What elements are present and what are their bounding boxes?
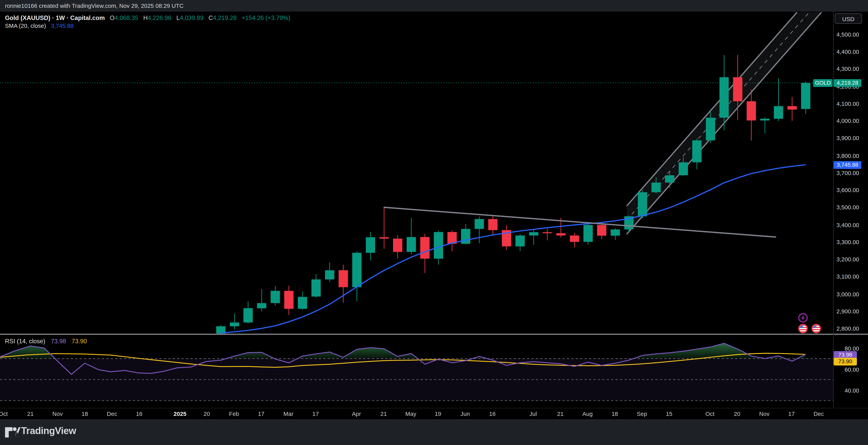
candle <box>488 215 498 235</box>
flag-star <box>814 327 815 327</box>
candle-body <box>679 162 688 175</box>
candle-body <box>638 192 647 216</box>
time-axis-label: Mar <box>283 410 293 418</box>
symbol-legend[interactable]: Gold (XAUUSD) · 1W · Capital.com O4,068.… <box>5 14 290 21</box>
time-axis-label: Jul <box>529 410 537 418</box>
candle <box>257 289 266 312</box>
rsi-axis-label: 40.00 <box>830 387 859 393</box>
price-axis-label: 2,900.00 <box>830 308 859 314</box>
candle-body <box>801 83 810 109</box>
candle <box>529 229 538 245</box>
candle-body <box>257 303 266 308</box>
time-axis-label: 17 <box>788 410 795 418</box>
candle-body <box>570 236 579 242</box>
time-axis-label: Dec <box>107 410 117 418</box>
flag-stripe <box>799 329 807 330</box>
candle <box>692 139 702 169</box>
bottom-toolbar <box>0 419 868 445</box>
us-flag-event-icon[interactable] <box>812 324 820 333</box>
candle-body <box>243 308 253 322</box>
candles <box>216 55 810 339</box>
close-label: C <box>209 14 213 21</box>
time-axis-label: 16 <box>136 410 142 418</box>
price-axis-label: 2,800.00 <box>830 325 859 332</box>
time-axis-label: 15 <box>666 410 672 418</box>
candle <box>325 263 334 282</box>
time-axis-label: Oct <box>705 410 714 418</box>
candle-body <box>665 175 674 182</box>
time-axis[interactable]: Oct21Nov18Dec16202520Feb17Mar17Apr21May1… <box>0 408 868 419</box>
time-axis-label: 17 <box>312 410 319 418</box>
high-label: H <box>143 14 148 21</box>
candle <box>284 286 294 315</box>
flag-star <box>815 327 816 327</box>
sma-value: 3,745.88 <box>51 22 74 29</box>
main-pane <box>0 12 833 339</box>
candle <box>393 235 402 258</box>
candle <box>243 301 253 324</box>
candle-body <box>339 270 348 287</box>
lightning-event-icon[interactable] <box>799 314 807 322</box>
time-axis-label: Apr <box>352 410 361 418</box>
candle-body <box>366 237 375 253</box>
candle-body <box>706 118 715 141</box>
rsi-pane <box>0 343 833 400</box>
price-axis-label: 3,300.00 <box>830 239 859 245</box>
sma-price-tag: 3,745.88 <box>834 161 861 169</box>
candle-body <box>733 77 742 101</box>
candle-body <box>774 106 783 119</box>
gold-symbol-tag: GOLD <box>813 79 833 87</box>
sma-title: SMA (20, close) <box>5 22 46 29</box>
sma-legend[interactable]: SMA (20, close) 3,745.88 <box>5 22 73 29</box>
candle-body <box>584 225 593 242</box>
price-axis-label: 4,300.00 <box>830 65 859 72</box>
candle-body <box>230 323 239 326</box>
candle-body <box>542 232 552 233</box>
candle <box>638 190 647 218</box>
channel-upper-line <box>627 12 797 206</box>
tradingview-logo-text[interactable]: TradingView <box>21 425 76 437</box>
candle-body <box>719 77 729 118</box>
tradingview-logo-icon[interactable] <box>5 426 20 439</box>
price-axis-label: 3,000.00 <box>830 291 859 297</box>
candle-body <box>298 297 307 309</box>
candle-body <box>271 291 280 303</box>
candle <box>230 314 239 329</box>
candle-body <box>692 141 702 162</box>
candle-body <box>516 236 525 246</box>
candle <box>298 292 307 310</box>
candle <box>542 229 552 240</box>
candle-body <box>407 237 416 252</box>
us-flag-event-icon[interactable] <box>799 324 807 333</box>
time-axis-label: Oct <box>0 410 8 418</box>
candle <box>474 216 484 243</box>
candle <box>407 218 416 255</box>
price-axis-label: 4,400.00 <box>830 48 859 55</box>
candle-body <box>597 225 607 236</box>
currency-button[interactable]: USD <box>835 13 862 24</box>
candle <box>787 97 797 121</box>
candle <box>747 90 756 141</box>
chart-canvas[interactable] <box>0 0 868 445</box>
price-axis-label: 3,100.00 <box>830 273 859 280</box>
candle <box>570 233 579 247</box>
time-axis-label: 2025 <box>174 410 187 418</box>
price-axis-label: 3,800.00 <box>830 152 859 159</box>
candle <box>516 234 525 251</box>
rsi-price-tag: 73.98 <box>834 351 857 359</box>
time-axis-label: Feb <box>229 410 239 418</box>
time-axis-label: 21 <box>27 410 34 418</box>
flag-star <box>802 327 803 327</box>
candle-body <box>474 219 484 229</box>
candle <box>352 251 362 301</box>
symbol-title: Gold (XAUUSD) · 1W · Capital.com <box>5 14 104 21</box>
open-value: 4,068.35 <box>115 14 138 21</box>
rsi-axis-label: 80.00 <box>830 345 859 351</box>
time-axis-label: 17 <box>258 410 265 418</box>
candle-body <box>311 279 321 297</box>
tradingview-snapshot: ronnie10166 created with TradingView.com… <box>0 0 868 445</box>
rsi-legend[interactable]: RSI (14, close) 73.98 73.90 <box>5 338 87 345</box>
low-label: L <box>176 14 180 21</box>
time-axis-label: 18 <box>82 410 88 418</box>
price-axis-label: 4,100.00 <box>830 100 859 107</box>
